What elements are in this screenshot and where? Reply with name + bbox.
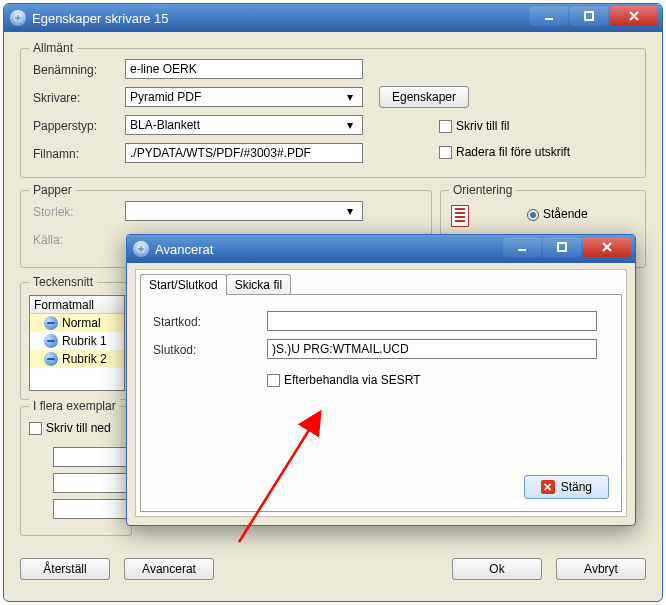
- modal-maximize-button[interactable]: [543, 237, 581, 257]
- cancel-button[interactable]: Avbryt: [556, 558, 646, 580]
- check-write-to-file[interactable]: Skriv till fil: [439, 119, 509, 133]
- globe-icon: [44, 334, 58, 348]
- page-portrait-icon: [451, 205, 469, 227]
- radio-portrait[interactable]: Stående: [527, 207, 588, 221]
- group-copies: I flera exemplar Skriv till ned: [20, 406, 132, 536]
- copy-field-2[interactable]: [53, 473, 133, 493]
- maximize-button[interactable]: [570, 6, 608, 26]
- combo-papertype[interactable]: BLA-Blankett ▾: [125, 115, 363, 135]
- globe-icon: [44, 316, 58, 330]
- modal-title: Avancerat: [155, 242, 213, 257]
- label-source: Källa:: [33, 233, 63, 247]
- combo-size[interactable]: ▾: [125, 201, 363, 221]
- checkbox-icon: [267, 374, 280, 387]
- modal-minimize-button[interactable]: [503, 237, 541, 257]
- properties-button[interactable]: Egenskaper: [379, 86, 469, 108]
- copy-field-1[interactable]: [53, 447, 133, 467]
- window-title: Egenskaper skrivare 15: [32, 11, 169, 26]
- label-printer: Skrivare:: [33, 91, 80, 105]
- legend-paper: Papper: [29, 183, 76, 197]
- ok-button[interactable]: Ok: [452, 558, 542, 580]
- legend-general: Allmänt: [29, 41, 77, 55]
- reset-button[interactable]: Återställ: [20, 558, 110, 580]
- close-button[interactable]: [610, 6, 658, 26]
- svg-rect-2: [585, 12, 593, 20]
- close-icon: ✕: [541, 480, 555, 494]
- group-font: Teckensnitt Formatmall Normal Rubrik 1 R…: [20, 282, 132, 400]
- tab-start-stop[interactable]: Start/Slutkod: [140, 274, 227, 295]
- list-header: Formatmall: [30, 296, 124, 314]
- main-titlebar[interactable]: Egenskaper skrivare 15: [4, 4, 662, 32]
- tabpage-start-stop: Startkod: Slutkod: )S.)U PRG:WTMAIL.UCD …: [140, 294, 622, 512]
- checkbox-icon: [439, 146, 452, 159]
- chevron-down-icon: ▾: [342, 203, 358, 219]
- label-filename: Filnamn:: [33, 147, 79, 161]
- legend-copies: I flera exemplar: [29, 399, 120, 413]
- modal-titlebar[interactable]: Avancerat: [127, 235, 635, 263]
- chevron-down-icon: ▾: [342, 117, 358, 133]
- copy-field-3[interactable]: [53, 499, 133, 519]
- check-delete-before[interactable]: Radera fil före utskrift: [439, 145, 570, 159]
- checkbox-icon: [29, 422, 42, 435]
- modal-tabstrip: Start/Slutkod Skicka fil: [140, 274, 290, 295]
- list-item[interactable]: Rubrik 1: [30, 332, 124, 350]
- modal-advanced: Avancerat Start/Slutkod Skicka fil Start…: [126, 234, 636, 526]
- font-listbox[interactable]: Formatmall Normal Rubrik 1 Rubrik 2: [29, 295, 125, 391]
- label-size: Storlek:: [33, 205, 74, 219]
- label-startcode: Startkod:: [153, 315, 201, 329]
- check-write-down[interactable]: Skriv till ned: [29, 421, 111, 435]
- input-endcode[interactable]: )S.)U PRG:WTMAIL.UCD: [267, 339, 597, 359]
- globe-icon: [44, 352, 58, 366]
- combo-printer[interactable]: Pyramid PDF ▾: [125, 87, 363, 107]
- modal-close-button[interactable]: ✕ Stäng: [524, 475, 609, 499]
- app-icon: [10, 10, 26, 26]
- legend-orient: Orientering: [449, 183, 516, 197]
- chevron-down-icon: ▾: [342, 89, 358, 105]
- input-filename[interactable]: ./PYDATA/WTS/PDF/#3003#.PDF: [125, 143, 363, 163]
- check-postprocess[interactable]: Efterbehandla via SESRT: [267, 373, 421, 387]
- label-name: Benämning:: [33, 63, 97, 77]
- app-icon: [133, 241, 149, 257]
- advanced-button[interactable]: Avancerat: [124, 558, 214, 580]
- list-item[interactable]: Normal: [30, 314, 124, 332]
- input-startcode[interactable]: [267, 311, 597, 331]
- list-item[interactable]: Rubrik 2: [30, 350, 124, 368]
- checkbox-icon: [439, 120, 452, 133]
- group-general: Allmänt Benämning: e-line OERK Skrivare:…: [20, 48, 646, 178]
- radio-icon: [527, 209, 539, 221]
- label-endcode: Slutkod:: [153, 343, 196, 357]
- tab-send-file[interactable]: Skicka fil: [226, 274, 291, 295]
- input-name[interactable]: e-line OERK: [125, 59, 363, 79]
- label-papertype: Papperstyp:: [33, 119, 97, 133]
- svg-rect-7: [558, 243, 566, 251]
- legend-font: Teckensnitt: [29, 275, 97, 289]
- minimize-button[interactable]: [530, 6, 568, 26]
- modal-x-button[interactable]: [583, 237, 631, 257]
